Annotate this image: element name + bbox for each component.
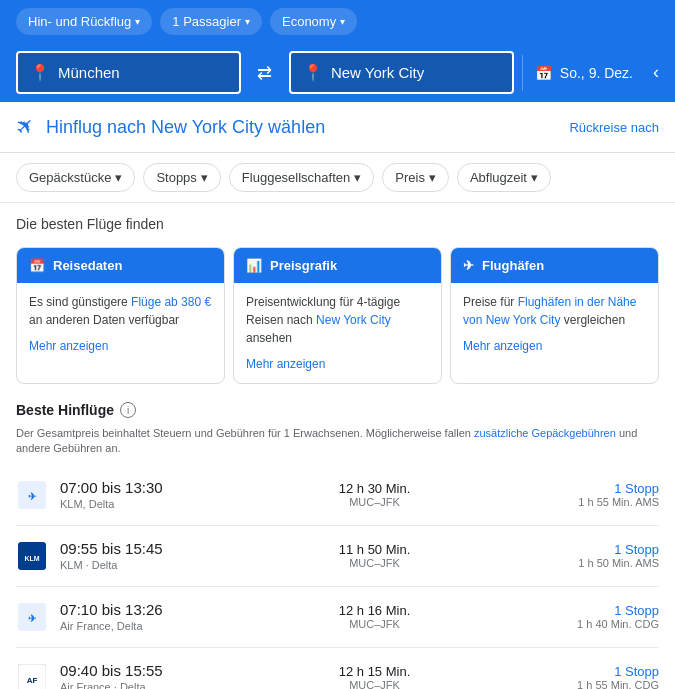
- card-flughaefen-header: ✈ Flughäfen: [451, 248, 658, 283]
- trip-type-button[interactable]: Hin- und Rückflug ▾: [16, 8, 152, 35]
- seat-class-chevron: ▾: [340, 16, 345, 27]
- card-preisgrafik-icon: 📊: [246, 258, 262, 273]
- best-hinfluge-label: Beste Hinflüge: [16, 402, 114, 418]
- card-preisgrafik[interactable]: 📊 Preisgrafik Preisentwicklung für 4-täg…: [233, 247, 442, 384]
- filter-preis-label: Preis: [395, 170, 425, 185]
- flight-stop-detail-2: 1 h 50 Min. AMS: [569, 557, 659, 569]
- flight-route-2: MUC–JFK: [192, 557, 557, 569]
- flight-row[interactable]: ✈ 07:10 bis 13:26 Air France, Delta 12 h…: [16, 587, 659, 648]
- filter-preis[interactable]: Preis ▾: [382, 163, 449, 192]
- flight-list: ✈ 07:00 bis 13:30 KLM, Delta 12 h 30 Min…: [0, 465, 675, 689]
- best-hinfluge-section: Beste Hinflüge i: [0, 392, 675, 422]
- best-flights-header: Die besten Flüge finden: [0, 203, 675, 239]
- origin-label: München: [58, 64, 120, 81]
- card-reisedaten-link[interactable]: Mehr anzeigen: [29, 337, 212, 355]
- flight-times-3: 07:10 bis 13:26: [60, 601, 180, 618]
- svg-text:KLM: KLM: [24, 555, 39, 562]
- date-field[interactable]: 📅 So., 9. Dez.: [522, 55, 645, 91]
- plane-icon: ✈: [9, 111, 40, 142]
- card-reisedaten[interactable]: 📅 Reisedaten Es sind günstigere Flüge ab…: [16, 247, 225, 384]
- card-flughaefen-icon: ✈: [463, 258, 474, 273]
- flight-info-1: 07:00 bis 13:30 KLM, Delta: [60, 479, 180, 510]
- origin-field[interactable]: 📍 München: [16, 51, 241, 94]
- card-reisedaten-text: Es sind günstigere Flüge ab 380 € an and…: [29, 295, 211, 327]
- flight-row[interactable]: AF 09:40 bis 15:55 Air France · Delta 12…: [16, 648, 659, 689]
- card-flughaefen-text: Preise für Flughäfen in der Nähe von New…: [463, 295, 636, 327]
- card-flughaefen-title: Flughäfen: [482, 258, 544, 273]
- flight-duration-block-4: 12 h 15 Min. MUC–JFK: [192, 664, 557, 689]
- origin-location-icon: 📍: [30, 63, 50, 82]
- flight-row[interactable]: ✈ 07:00 bis 13:30 KLM, Delta 12 h 30 Min…: [16, 465, 659, 526]
- flight-route-3: MUC–JFK: [192, 618, 557, 630]
- info-icon[interactable]: i: [120, 402, 136, 418]
- chevron-left-button[interactable]: ‹: [653, 62, 659, 83]
- svg-text:AF: AF: [27, 676, 38, 685]
- card-preisgrafik-text: Preisentwicklung für 4-tägige Reisen nac…: [246, 295, 400, 345]
- card-reisedaten-title: Reisedaten: [53, 258, 122, 273]
- calendar-icon: 📅: [535, 65, 552, 81]
- filter-gepaeck-chevron: ▾: [115, 170, 122, 185]
- flight-row[interactable]: KLM 09:55 bis 15:45 KLM · Delta 11 h 50 …: [16, 526, 659, 587]
- card-preisgrafik-body: Preisentwicklung für 4-tägige Reisen nac…: [234, 283, 441, 383]
- cards-row: 📅 Reisedaten Es sind günstigere Flüge ab…: [0, 239, 675, 392]
- search-bar: 📍 München ⇄ 📍 New York City 📅 So., 9. De…: [0, 43, 675, 102]
- filter-stopps[interactable]: Stopps ▾: [143, 163, 220, 192]
- card-preisgrafik-link[interactable]: Mehr anzeigen: [246, 355, 429, 373]
- flight-stop-detail-1: 1 h 55 Min. AMS: [569, 496, 659, 508]
- flight-duration-block-1: 12 h 30 Min. MUC–JFK: [192, 481, 557, 508]
- card-flughaefen-link[interactable]: Mehr anzeigen: [463, 337, 646, 355]
- seat-class-button[interactable]: Economy ▾: [270, 8, 357, 35]
- destination-field[interactable]: 📍 New York City: [289, 51, 514, 94]
- card-preisgrafik-title: Preisgrafik: [270, 258, 337, 273]
- filter-abflugzeit-label: Abflugzeit: [470, 170, 527, 185]
- filter-abflugzeit-chevron: ▾: [531, 170, 538, 185]
- flight-info-3: 07:10 bis 13:26 Air France, Delta: [60, 601, 180, 632]
- flight-stops-block-3: 1 Stopp 1 h 40 Min. CDG: [569, 603, 659, 630]
- notice-text-before: Der Gesamtpreis beinhaltet Steuern und G…: [16, 427, 474, 439]
- flight-carrier-3: Air France, Delta: [60, 620, 180, 632]
- swap-icon: ⇄: [257, 62, 272, 84]
- svg-text:✈: ✈: [28, 491, 37, 502]
- trip-type-label: Hin- und Rückflug: [28, 14, 131, 29]
- trip-type-chevron: ▾: [135, 16, 140, 27]
- flight-times-2: 09:55 bis 15:45: [60, 540, 180, 557]
- card-reisedaten-icon: 📅: [29, 258, 45, 273]
- flight-info-2: 09:55 bis 15:45 KLM · Delta: [60, 540, 180, 571]
- flight-duration-2: 11 h 50 Min.: [192, 542, 557, 557]
- filter-airlines[interactable]: Fluggesellschaften ▾: [229, 163, 374, 192]
- swap-button[interactable]: ⇄: [249, 57, 281, 89]
- airline-logo-3: ✈: [16, 601, 48, 633]
- airline-logo-svg-1: ✈: [18, 481, 46, 509]
- flight-stops-4: 1 Stopp: [569, 664, 659, 679]
- card-flughaefen[interactable]: ✈ Flughäfen Preise für Flughäfen in der …: [450, 247, 659, 384]
- flight-duration-1: 12 h 30 Min.: [192, 481, 557, 496]
- flight-carrier-1: KLM, Delta: [60, 498, 180, 510]
- filter-airlines-chevron: ▾: [354, 170, 361, 185]
- flight-duration-block-2: 11 h 50 Min. MUC–JFK: [192, 542, 557, 569]
- filter-gepaeck[interactable]: Gepäckstücke ▾: [16, 163, 135, 192]
- rueckreise-link[interactable]: Rückreise nach: [569, 120, 659, 135]
- filter-gepaeck-label: Gepäckstücke: [29, 170, 111, 185]
- flight-stops-3: 1 Stopp: [569, 603, 659, 618]
- flight-stop-detail-3: 1 h 40 Min. CDG: [569, 618, 659, 630]
- notice-text: Der Gesamtpreis beinhaltet Steuern und G…: [0, 422, 675, 465]
- passengers-button[interactable]: 1 Passagier ▾: [160, 8, 262, 35]
- flight-carrier-2: KLM · Delta: [60, 559, 180, 571]
- notice-link[interactable]: zusätzliche Gepäckgebühren: [474, 427, 616, 439]
- flight-carrier-4: Air France · Delta: [60, 681, 180, 689]
- filter-stopps-label: Stopps: [156, 170, 196, 185]
- date-label: So., 9. Dez.: [560, 65, 633, 81]
- flight-info-4: 09:40 bis 15:55 Air France · Delta: [60, 662, 180, 689]
- best-flights-title: Die besten Flüge finden: [16, 216, 164, 232]
- chevron-left-icon: ‹: [653, 62, 659, 82]
- flight-stops-block-4: 1 Stopp 1 h 55 Min. CDG: [569, 664, 659, 689]
- flight-times-4: 09:40 bis 15:55: [60, 662, 180, 679]
- airline-logo-2: KLM: [16, 540, 48, 572]
- airline-logo-1: ✈: [16, 479, 48, 511]
- filter-stopps-chevron: ▾: [201, 170, 208, 185]
- section-title: Hinflug nach New York City wählen: [46, 117, 325, 138]
- airline-logo-svg-4: AF: [18, 664, 46, 689]
- flight-stops-1: 1 Stopp: [569, 481, 659, 496]
- filter-abflugzeit[interactable]: Abflugzeit ▾: [457, 163, 551, 192]
- flight-duration-block-3: 12 h 16 Min. MUC–JFK: [192, 603, 557, 630]
